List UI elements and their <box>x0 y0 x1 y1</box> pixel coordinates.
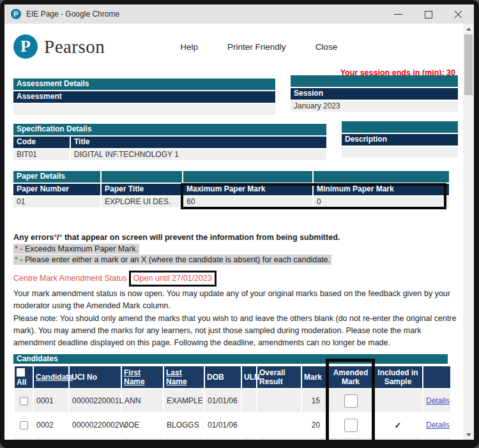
error-legend: Any errors*/* that appear on screen will… <box>13 233 458 264</box>
overall-result <box>257 437 301 440</box>
last-name: SMITH <box>163 437 204 440</box>
assessment-details-header: Assessment Details <box>13 78 275 90</box>
last-name: BLOGGS <box>163 413 204 437</box>
help-link[interactable]: Help <box>180 42 198 52</box>
column-included-in-sample: Included in Sample <box>373 366 423 389</box>
mark-value: 15 <box>301 389 328 413</box>
maximize-icon[interactable] <box>424 10 432 19</box>
session-block-header <box>291 75 458 87</box>
window-titlebar: P EIE Page - Google Chrome <box>4 4 474 24</box>
sort-candidate-link[interactable]: Candidate <box>36 373 73 382</box>
column-amended-mark: Amended Mark <box>328 366 373 389</box>
select-all-checkbox[interactable] <box>17 368 25 377</box>
row-checkbox[interactable] <box>20 421 28 429</box>
error-line-max-mark: * - Exceeds Maximum Paper Mark. <box>13 244 458 253</box>
assessment-value <box>13 104 275 115</box>
paper-title-label: Paper Title <box>102 184 182 195</box>
sort-first-name-link[interactable]: First Name <box>124 368 145 386</box>
first-name: JOHN <box>121 437 163 440</box>
description-value <box>342 147 458 158</box>
included-in-sample-check <box>373 437 423 440</box>
pearson-logo-icon: P <box>13 34 38 59</box>
candidate-number: 0003 <box>33 437 69 440</box>
description-block-header <box>342 121 458 133</box>
assessment-label: Assessment <box>13 91 275 103</box>
paper-teal-spacer <box>183 171 312 183</box>
row-checkbox[interactable] <box>20 397 28 405</box>
column-uci: UCI No <box>69 366 121 389</box>
candidate-number: 0002 <box>33 413 69 437</box>
candidate-row: 0002 00000220002W JOE BLOGGS 01/01/06 20… <box>14 413 451 437</box>
candidates-header: Candidates <box>13 354 448 364</box>
error-line-mark-or-x: * - Please enter either a mark or an X (… <box>13 255 458 264</box>
spec-code-label: Code <box>13 137 70 148</box>
candidates-table: All Candidate UCI No First Name Last Nam… <box>13 365 452 440</box>
specification-section: Specification Details Code Title BIT01 D… <box>13 124 458 161</box>
column-uln: ULN <box>241 366 257 389</box>
column-last-name: Last Name <box>163 366 204 389</box>
minimize-icon[interactable] <box>394 10 402 19</box>
mark-value: 15 <box>301 437 328 440</box>
printer-friendly-link[interactable]: Printer Friendly <box>227 42 286 52</box>
assessment-section: Assessment Details Assessment Session Ja… <box>13 78 458 115</box>
scroll-down-icon[interactable] <box>463 429 474 440</box>
column-first-name: First Name <box>121 366 163 389</box>
paper-number-label: Paper Number <box>13 184 100 195</box>
browser-viewport: P Pearson Help Printer Friendly Close Yo… <box>4 24 474 440</box>
top-nav: Help Printer Friendly Close <box>180 42 337 52</box>
dob: 01/01/06 <box>204 437 241 440</box>
amendment-status-label: Centre Mark Amendment Status <box>13 274 127 283</box>
candidates-section: Candidates All Candidate UCI No First Na… <box>13 354 458 440</box>
uln <box>241 389 257 413</box>
amendment-paragraph-1: Your mark amendment status is now open. … <box>13 288 458 312</box>
column-details <box>423 366 451 389</box>
vertical-scrollbar[interactable] <box>463 24 474 440</box>
uci-no: 00000220002W <box>69 413 121 437</box>
uln <box>241 413 257 437</box>
first-name: ANN <box>121 389 163 413</box>
spec-title-label: Title <box>71 137 326 148</box>
close-window-icon[interactable] <box>454 10 462 19</box>
uci-no: 00000220003C <box>69 437 121 440</box>
mark-value: 20 <box>301 413 328 437</box>
column-all: All <box>14 366 33 389</box>
paper-title-value: EXPLORE UI DES. <box>102 197 182 207</box>
details-link[interactable]: Details <box>426 396 450 405</box>
pearson-wordmark: Pearson <box>44 36 105 57</box>
candidate-row: 0003 00000220003C JOHN SMITH 01/01/06 15… <box>14 437 451 440</box>
candidate-number: 0001 <box>33 389 69 413</box>
amended-mark-input[interactable] <box>344 419 358 432</box>
sort-last-name-link[interactable]: Last Name <box>166 368 187 386</box>
first-name: JOE <box>121 413 163 437</box>
scrollbar-thumb[interactable] <box>464 34 473 95</box>
amendment-status-line: Centre Mark Amendment StatusOpen until 2… <box>13 271 458 287</box>
pearson-favicon-icon: P <box>11 9 21 19</box>
uci-no: 00000220001L <box>69 389 121 413</box>
amendment-status-section: Centre Mark Amendment StatusOpen until 2… <box>13 271 458 349</box>
specification-details-header: Specification Details <box>13 124 326 135</box>
browser-window: P EIE Page - Google Chrome P Pearson Hel… <box>0 0 479 448</box>
paper-number-value: 01 <box>13 197 100 207</box>
included-in-sample-check <box>373 389 423 413</box>
overall-result <box>257 389 301 413</box>
spec-code-value: BIT01 <box>13 149 70 160</box>
overall-result <box>257 413 301 437</box>
max-paper-mark-value: 60 <box>183 197 312 207</box>
scroll-up-icon[interactable] <box>463 24 474 34</box>
annotation-box-open-until: Open until 27/01/2023 <box>129 271 217 287</box>
paper-teal-spacer <box>314 171 449 183</box>
min-paper-mark-label: Minimum Paper Mark <box>314 184 449 195</box>
window-title: EIE Page - Google Chrome <box>26 10 394 19</box>
close-link[interactable]: Close <box>316 42 338 52</box>
min-paper-mark-value: 0 <box>314 197 449 207</box>
column-dob: DOB <box>204 366 241 389</box>
last-name: EXAMPLE <box>163 389 204 413</box>
amended-mark-input[interactable] <box>344 394 358 408</box>
details-link[interactable]: Details <box>426 421 450 429</box>
paper-teal-spacer <box>102 171 182 183</box>
spec-title-value: DIGITAL INF.TECHNOLOGY 1 <box>71 149 326 160</box>
amendment-paragraph-2: Please note: You should only amend the m… <box>13 313 458 349</box>
candidates-header-row: All Candidate UCI No First Name Last Nam… <box>14 366 451 389</box>
column-candidate: Candidate <box>33 366 69 389</box>
included-in-sample-check: ✓ <box>373 413 423 437</box>
